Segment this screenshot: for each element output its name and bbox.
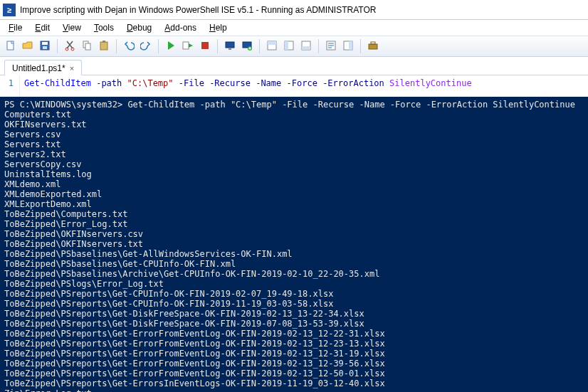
token-param: -Recurse [209, 78, 251, 88]
svg-rect-7 [85, 43, 90, 50]
console-output-line: ToBeZipped\OKFINservers.txt [4, 239, 584, 249]
svg-rect-13 [229, 48, 231, 50]
toolbox-button[interactable] [365, 38, 381, 54]
layout-3-icon [300, 40, 312, 53]
remote-button[interactable] [222, 38, 238, 54]
app-icon: ≥ [3, 4, 16, 16]
token-param: -Force [287, 78, 317, 88]
console-output-line: ToBeZipped\PSreports\Get-ErrorFromEventL… [4, 359, 584, 369]
redo-button[interactable] [138, 38, 154, 54]
console-output-line: Servers2.txt [4, 149, 584, 159]
separator [158, 39, 159, 53]
separator [217, 39, 218, 53]
token-param: -ErrorAction [322, 78, 384, 88]
svg-rect-26 [371, 42, 375, 44]
copy-icon [81, 40, 93, 53]
svg-rect-10 [183, 42, 189, 49]
console-pane[interactable]: PS C:\WINDOWS\system32> Get-ChildItem -p… [0, 97, 588, 392]
save-button[interactable] [37, 38, 53, 54]
console-output-line: UninstalItems.log [4, 169, 584, 179]
line-number: 1 [0, 75, 20, 97]
paste-icon [98, 40, 110, 53]
undo-icon [123, 40, 135, 53]
separator [57, 39, 58, 53]
console-output-line: ToBeZipped\PSreports\Get-CPUInfo-OK-FIN-… [4, 299, 584, 309]
layout-1-button[interactable] [264, 38, 280, 54]
console-output-line: ToBeZipped\PSreports\Get-CPUInfo-OK-FIN-… [4, 289, 584, 299]
script-editor[interactable]: 1 Get-ChildItem -path "C:\Temp" -File -R… [0, 75, 588, 97]
run-icon [165, 40, 177, 53]
undo-button[interactable] [121, 38, 137, 54]
console-output-line: XMLExportDemo.xml [4, 199, 584, 209]
separator [360, 39, 361, 53]
svg-rect-8 [100, 42, 107, 50]
svg-rect-9 [103, 41, 105, 43]
token-param: -path [96, 78, 122, 88]
save-icon [39, 40, 51, 53]
new-button[interactable] [3, 38, 19, 54]
new-remote-button[interactable] [239, 38, 255, 54]
token-cmdlet: Get-ChildItem [24, 78, 91, 88]
cut-button[interactable] [62, 38, 78, 54]
titlebar: ≥ Improve scripting with Dejan in Window… [0, 0, 588, 20]
svg-rect-11 [201, 42, 209, 49]
menubar: FileEditViewToolsDebugAdd-onsHelp [0, 20, 588, 36]
show-script-button[interactable] [323, 38, 339, 54]
stop-button[interactable] [197, 38, 213, 54]
token-param: -Name [256, 78, 281, 88]
console-output-line: Servers.csv [4, 129, 584, 139]
open-icon [22, 40, 33, 53]
show-command-icon [342, 40, 354, 53]
layout-3-button[interactable] [298, 38, 314, 54]
code-line[interactable]: Get-ChildItem -path "C:\Temp" -File -Rec… [20, 75, 476, 97]
run-button[interactable] [163, 38, 179, 54]
svg-rect-12 [226, 42, 234, 48]
menu-help[interactable]: Help [204, 21, 233, 34]
console-output-line: XMLdemoExported.xml [4, 189, 584, 199]
menu-file[interactable]: File [3, 21, 28, 34]
open-button[interactable] [20, 38, 36, 54]
cut-icon [64, 40, 75, 53]
svg-rect-17 [268, 41, 276, 45]
svg-rect-3 [43, 46, 47, 49]
token-string: "C:\Temp" [127, 78, 174, 88]
console-output-line: Servers.txt [4, 139, 584, 149]
stop-icon [199, 40, 211, 53]
console-output-line: OKFINservers.txt [4, 120, 584, 129]
menu-debug[interactable]: Debug [121, 21, 157, 34]
layout-2-button[interactable] [281, 38, 297, 54]
show-command-button[interactable] [340, 38, 356, 54]
menu-add-ons[interactable]: Add-ons [159, 21, 202, 34]
close-icon[interactable]: × [70, 64, 74, 73]
tab-label: Untitled1.ps1* [12, 63, 65, 73]
svg-rect-21 [302, 46, 310, 50]
layout-2-icon [283, 40, 295, 53]
separator [318, 39, 319, 53]
console-output-line: ToBeZipped\PSreports\Get-ErrorFromEventL… [4, 349, 584, 359]
console-output-line: ToBeZipped\PSbaselines\Archive\Get-CPUIn… [4, 269, 584, 279]
console-output-line: ToBeZipped\Computers.txt [4, 209, 584, 219]
separator [259, 39, 260, 53]
console-output-line: XMLdemo.xml [4, 179, 584, 189]
console-output-line: Zip\Error_Log.txt [4, 388, 584, 392]
token-value: SilentlyContinue [389, 78, 472, 88]
menu-edit[interactable]: Edit [29, 21, 56, 34]
console-output-line: ToBeZipped\PSreports\Get-ErrorFromEventL… [4, 369, 584, 378]
run-selection-button[interactable] [180, 38, 196, 54]
redo-icon [140, 40, 152, 53]
svg-rect-25 [369, 44, 377, 49]
console-output-line: Computers.txt [4, 110, 584, 120]
svg-rect-19 [285, 41, 288, 50]
paste-button[interactable] [96, 38, 112, 54]
toolbox-icon [367, 40, 379, 53]
console-output-line: ToBeZipped\PSbaselines\Get-CPUInfo-OK-FI… [4, 259, 584, 269]
window-title: Improve scripting with Dejan in Windows … [20, 5, 376, 15]
menu-tools[interactable]: Tools [88, 21, 120, 34]
layout-1-icon [266, 40, 278, 53]
script-tab[interactable]: Untitled1.ps1* × [4, 60, 82, 75]
console-output-line: ToBeZipped\PSreports\Get-DiskFreeSpace-O… [4, 309, 584, 319]
menu-view[interactable]: View [57, 21, 87, 34]
tabbar: Untitled1.ps1* × [0, 57, 588, 75]
token-param: -File [179, 78, 204, 88]
copy-button[interactable] [79, 38, 95, 54]
